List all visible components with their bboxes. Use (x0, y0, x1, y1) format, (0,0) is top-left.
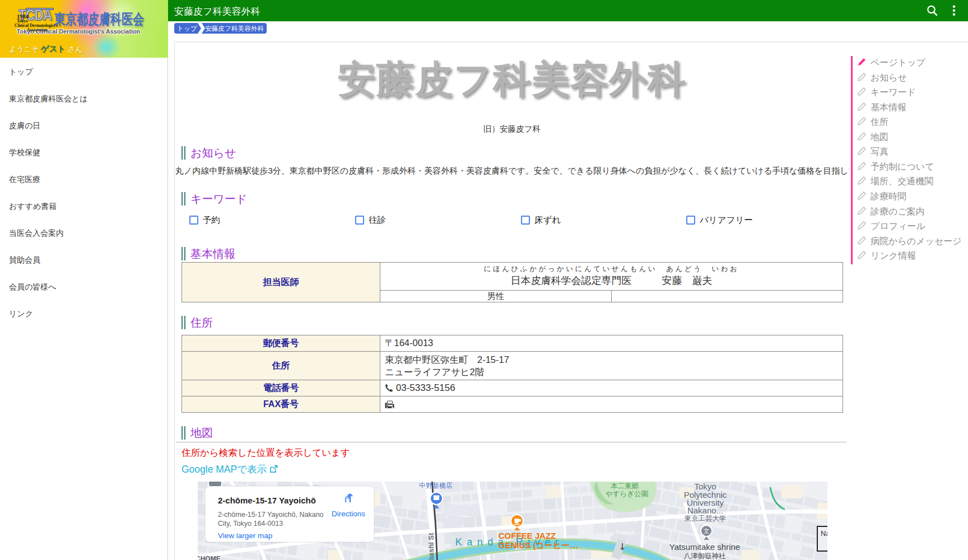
svg-text:COFFEE JAZZ: COFFEE JAZZ (499, 531, 556, 540)
svg-text:City, Tokyo 164-0013: City, Tokyo 164-0013 (218, 520, 283, 528)
svg-text:3 CHOME: 3 CHOME (198, 555, 221, 560)
svg-text:2-chōme-15-17 Yayoichō, Nakano: 2-chōme-15-17 Yayoichō, Nakano (218, 511, 324, 519)
svg-text:Directions: Directions (332, 510, 365, 518)
svg-text:2-chōme-15-17 Yayoichō: 2-chōme-15-17 Yayoichō (218, 496, 316, 505)
svg-text:文: 文 (704, 528, 710, 534)
svg-text:View larger map: View larger map (218, 531, 272, 540)
svg-text:やすらぎ公園: やすらぎ公園 (606, 490, 648, 498)
svg-text:本二東郷: 本二東郷 (611, 482, 639, 490)
svg-text:Na: Na (821, 529, 827, 538)
svg-text:Yatsumitake shrine: Yatsumitake shrine (669, 542, 740, 552)
svg-text:中野新橋店: 中野新橋店 (419, 482, 453, 489)
svg-text:GENIUS (コーヒー…: GENIUS (コーヒー… (499, 540, 578, 550)
svg-text:bashi St: bashi St (427, 533, 435, 560)
svg-text:東京工芸大学: 東京工芸大学 (685, 515, 727, 522)
svg-text:八津御嶽神社: 八津御嶽神社 (684, 552, 727, 560)
svg-text:Nakano...: Nakano... (687, 506, 723, 515)
